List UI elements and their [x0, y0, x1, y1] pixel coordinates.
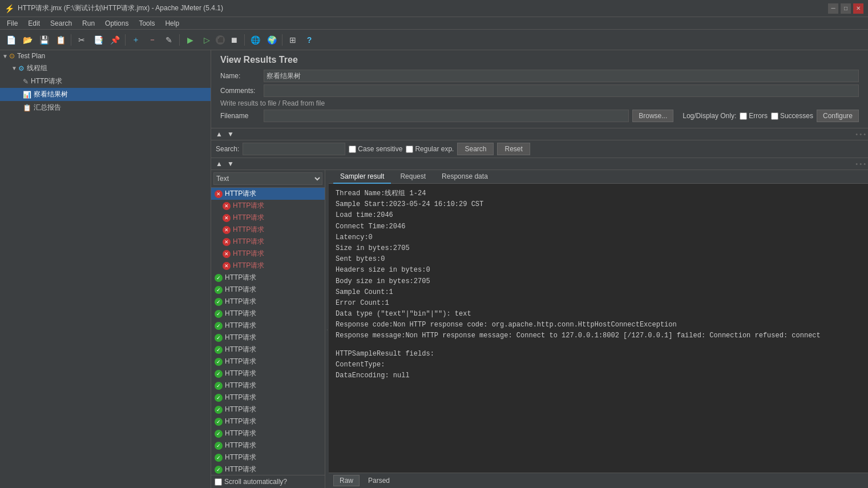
name-input[interactable]: [264, 70, 859, 82]
filter-select[interactable]: Text RegExp Tester CSS/JQuery XPath Test…: [213, 172, 322, 185]
reset-button[interactable]: Reset: [497, 143, 530, 155]
successes-checkbox-label[interactable]: Successes: [771, 112, 813, 120]
template-button[interactable]: ⊞: [285, 33, 300, 47]
result-item-5[interactable]: ✕ HTTP请求: [211, 248, 325, 260]
result-item-13[interactable]: ✓ HTTP请求: [211, 344, 325, 356]
window-title: ⚡ HTTP请求.jmx (F:\测试计划\HTTP请求.jmx) - Apac…: [5, 3, 223, 13]
success-icon-13: ✓: [215, 346, 223, 354]
remote2-button[interactable]: 🌍: [264, 33, 279, 47]
scroll-auto-checkbox[interactable]: [215, 478, 222, 486]
success-icon-14: ✓: [215, 358, 223, 366]
stop-now-button[interactable]: ⏹: [227, 33, 241, 47]
result-item-21[interactable]: ✓ HTTP请求: [211, 439, 325, 451]
filename-input[interactable]: [264, 110, 629, 122]
configure-button[interactable]: Configure: [817, 110, 859, 122]
errors-checkbox[interactable]: [740, 112, 747, 120]
delete-button[interactable]: －: [145, 33, 160, 47]
info-button[interactable]: ?: [302, 33, 317, 47]
regular-exp-label[interactable]: Regular exp.: [406, 145, 454, 153]
result-item-12[interactable]: ✓ HTTP请求: [211, 332, 325, 344]
close-button[interactable]: ✕: [853, 3, 863, 14]
result-item-1[interactable]: ✕ HTTP请求: [211, 200, 325, 212]
toolbar: 📄 📂 💾 📋 ✂ 📑 📌 ＋ － ✎ ▶ ▷ ⬛ ⏹ 🌐 🌍 ⊞ ?: [0, 30, 868, 50]
search-input[interactable]: [243, 143, 345, 155]
down-arrow-button[interactable]: ▼: [225, 130, 236, 139]
menu-file[interactable]: File: [2, 18, 22, 29]
menu-options[interactable]: Options: [100, 18, 133, 29]
open-button[interactable]: 📂: [20, 33, 35, 47]
saveas-button[interactable]: 📋: [53, 33, 68, 47]
expand-icon-testplan: ▼: [2, 53, 8, 59]
tree-item-summary[interactable]: 📋 汇总报告: [0, 101, 211, 114]
remote-button[interactable]: 🌐: [248, 33, 263, 47]
success-icon-20: ✓: [215, 430, 223, 438]
successes-checkbox[interactable]: [771, 112, 778, 120]
minimize-button[interactable]: ─: [828, 3, 838, 14]
summary-icon: 📋: [23, 104, 31, 112]
run-button[interactable]: ▶: [183, 33, 197, 47]
save-button[interactable]: 💾: [37, 33, 51, 47]
menu-edit[interactable]: Edit: [23, 18, 45, 29]
errors-checkbox-label[interactable]: Errors: [740, 112, 768, 120]
result-item-22[interactable]: ✓ HTTP请求: [211, 451, 325, 463]
search-button[interactable]: Search: [457, 143, 494, 155]
result-item-9[interactable]: ✓ HTTP请求: [211, 296, 325, 308]
result-item-10[interactable]: ✓ HTTP请求: [211, 308, 325, 320]
paste-button[interactable]: 📌: [107, 33, 122, 47]
tree-item-threadgroup[interactable]: ▼ ⚙ 线程组: [0, 62, 211, 75]
success-icon-12: ✓: [215, 334, 223, 342]
cut-button[interactable]: ✂: [74, 33, 89, 47]
result-item-20[interactable]: ✓ HTTP请求: [211, 427, 325, 439]
stop-button[interactable]: ⬛: [216, 35, 225, 45]
result-item-16[interactable]: ✓ HTTP请求: [211, 380, 325, 392]
menu-tools[interactable]: Tools: [134, 18, 159, 29]
up-arrow-button[interactable]: ▲: [213, 130, 225, 139]
down-arrow-button2[interactable]: ▼: [225, 159, 236, 168]
tree-item-testplan[interactable]: ▼ ⊙ Test Plan: [0, 50, 211, 62]
bottom-tab-parsed[interactable]: Parsed: [362, 475, 396, 486]
result-item-18[interactable]: ✓ HTTP请求: [211, 404, 325, 416]
tree-item-httprequest[interactable]: ✎ HTTP请求: [0, 75, 211, 88]
tab-request[interactable]: Request: [393, 170, 433, 184]
more-options1[interactable]: • • •: [855, 131, 866, 138]
tree-item-viewresults[interactable]: 📊 察看结果树: [0, 88, 211, 101]
new-button[interactable]: 📄: [3, 33, 18, 47]
size-bytes-line: Size in bytes:2705: [336, 243, 861, 254]
menu-help[interactable]: Help: [160, 18, 184, 29]
comments-input[interactable]: [264, 84, 859, 97]
result-item-7[interactable]: ✓ HTTP请求: [211, 272, 325, 284]
result-item-14[interactable]: ✓ HTTP请求: [211, 356, 325, 368]
menu-run[interactable]: Run: [78, 18, 99, 29]
more-options2[interactable]: • • •: [855, 160, 866, 167]
expand-button[interactable]: ✎: [162, 33, 176, 47]
maximize-button[interactable]: □: [841, 3, 851, 14]
menu-search[interactable]: Search: [46, 18, 76, 29]
copy-button[interactable]: 📑: [91, 33, 106, 47]
bottom-tab-raw[interactable]: Raw: [333, 475, 360, 486]
result-item-6[interactable]: ✕ HTTP请求: [211, 260, 325, 272]
result-item-3[interactable]: ✕ HTTP请求: [211, 224, 325, 236]
case-sensitive-label[interactable]: Case sensitive: [349, 145, 402, 153]
separator4: [244, 34, 245, 46]
result-item-15[interactable]: ✓ HTTP请求: [211, 368, 325, 380]
error-icon-0: ✕: [215, 190, 223, 198]
run-nonstop-button[interactable]: ▷: [199, 33, 214, 47]
write-section-label: Write results to file / Read from file: [220, 99, 859, 107]
result-item-11[interactable]: ✓ HTTP请求: [211, 320, 325, 332]
result-item-2[interactable]: ✕ HTTP请求: [211, 212, 325, 224]
result-item-23[interactable]: ✓ HTTP请求: [211, 463, 325, 475]
add-button[interactable]: ＋: [128, 33, 143, 47]
result-item-0[interactable]: ✕ HTTP请求: [211, 188, 325, 200]
result-item-19[interactable]: ✓ HTTP请求: [211, 416, 325, 427]
tab-sampler-result[interactable]: Sampler result: [333, 170, 391, 184]
up-arrow-button2[interactable]: ▲: [213, 159, 225, 168]
result-item-17[interactable]: ✓ HTTP请求: [211, 392, 325, 404]
case-sensitive-checkbox[interactable]: [349, 146, 356, 153]
regular-exp-checkbox[interactable]: [406, 146, 413, 153]
result-item-8[interactable]: ✓ HTTP请求: [211, 284, 325, 296]
result-item-4[interactable]: ✕ HTTP请求: [211, 236, 325, 248]
browse-button[interactable]: Browse...: [632, 110, 673, 122]
threadgroup-icon: ⚙: [18, 64, 25, 72]
window-controls: ─ □ ✕: [828, 3, 863, 14]
tab-response-data[interactable]: Response data: [435, 170, 495, 184]
